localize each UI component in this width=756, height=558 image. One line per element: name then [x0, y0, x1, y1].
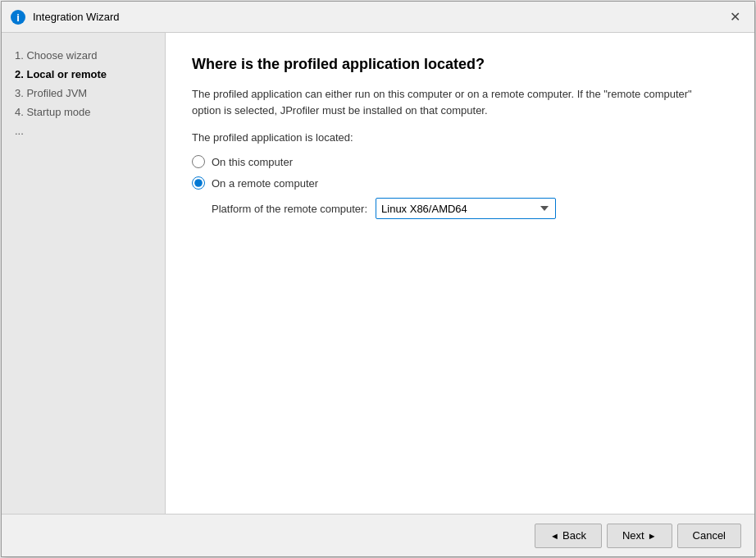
platform-row: Platform of the remote computer: Linux X…: [212, 198, 728, 219]
cancel-label: Cancel: [693, 529, 726, 542]
sidebar-item-choose-wizard[interactable]: 1. Choose wizard: [2, 46, 165, 65]
page-title: Where is the profiled application locate…: [192, 56, 728, 73]
close-button[interactable]: ✕: [723, 6, 746, 29]
sidebar: 1. Choose wizard 2. Local or remote 3. P…: [2, 33, 166, 514]
wizard-icon: i: [10, 9, 26, 25]
dialog-content: 1. Choose wizard 2. Local or remote 3. P…: [2, 33, 754, 514]
location-radio-group: On this computer On a remote computer: [192, 155, 728, 190]
back-button[interactable]: ◄ Back: [535, 524, 602, 548]
radio-on-remote-computer[interactable]: On a remote computer: [192, 176, 728, 190]
platform-label: Platform of the remote computer:: [212, 203, 367, 215]
cancel-button[interactable]: Cancel: [677, 524, 741, 548]
sidebar-item-ellipsis: ...: [2, 121, 165, 140]
radio-this-input[interactable]: [192, 155, 205, 168]
description-text: The profiled application can either run …: [192, 86, 717, 118]
radio-remote-input[interactable]: [192, 176, 205, 190]
integration-wizard-dialog: i Integration Wizard ✕ 1. Choose wizard …: [1, 1, 755, 557]
back-arrow-icon: ◄: [550, 531, 559, 541]
svg-text:i: i: [16, 11, 20, 24]
sidebar-item-local-or-remote[interactable]: 2. Local or remote: [2, 65, 165, 84]
dialog-footer: ◄ Back Next ► Cancel: [2, 514, 754, 556]
platform-select[interactable]: Linux X86/AMD64 Linux X86 Windows X64 Wi…: [376, 198, 556, 219]
sidebar-item-startup-mode[interactable]: 4. Startup mode: [2, 103, 165, 121]
next-button[interactable]: Next ►: [607, 524, 672, 548]
radio-remote-label: On a remote computer: [212, 177, 318, 190]
next-arrow-icon: ►: [648, 531, 657, 541]
dialog-title: Integration Wizard: [33, 11, 723, 23]
radio-this-label: On this computer: [212, 156, 293, 168]
main-content: Where is the profiled application locate…: [166, 33, 754, 514]
titlebar: i Integration Wizard ✕: [2, 2, 754, 33]
radio-on-this-computer[interactable]: On this computer: [192, 155, 728, 168]
location-label: The profiled application is located:: [192, 131, 728, 144]
sidebar-item-profiled-jvm[interactable]: 3. Profiled JVM: [2, 84, 165, 103]
next-label: Next: [622, 529, 644, 542]
back-label: Back: [562, 529, 586, 542]
